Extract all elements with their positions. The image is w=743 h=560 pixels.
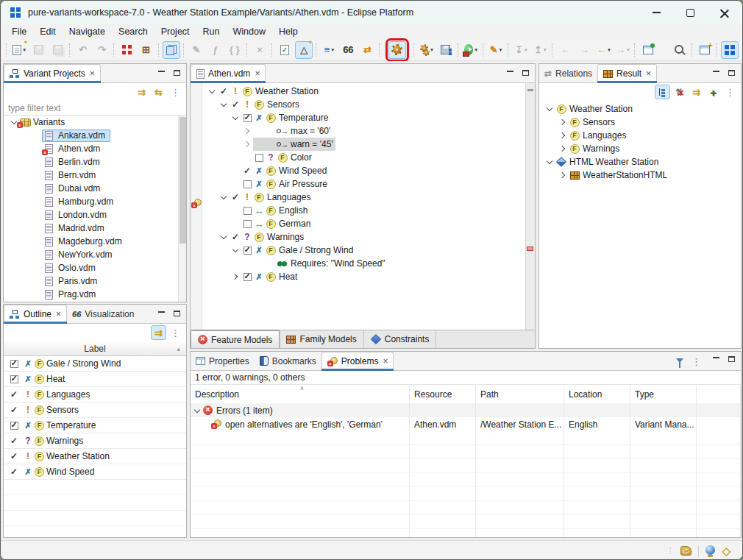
tree-item-bern-vdm[interactable]: Bern.vdm <box>4 169 186 182</box>
export-button[interactable]: ↥▾ <box>531 41 549 59</box>
result-item-html-weather-station[interactable]: HTML Weather Station <box>539 155 741 169</box>
export-dropdown-icon[interactable]: ▾ <box>544 47 547 53</box>
close-tab-icon[interactable]: × <box>383 356 388 366</box>
open-perspective-button[interactable] <box>696 41 714 59</box>
column-header-path[interactable]: Path <box>476 385 564 403</box>
checkbox-checked[interactable] <box>10 375 18 383</box>
outline-item-gale-strong-wind[interactable]: ✗FGale / Strong Wind <box>4 356 186 372</box>
feature-languages[interactable]: ✓!FLanguages <box>203 191 525 204</box>
result-item-warnings[interactable]: FWarnings <box>539 142 741 155</box>
visualization-button[interactable]: 66 <box>339 41 357 59</box>
feature-gale-strong-wind[interactable]: ✗FGale / Strong Wind <box>203 244 525 257</box>
menu-edit[interactable]: Edit <box>33 26 63 38</box>
redo-button[interactable]: ↷ <box>93 41 110 59</box>
save-all-button[interactable] <box>49 41 66 59</box>
new-wizard-dropdown-icon[interactable]: ▾ <box>23 47 26 53</box>
close-tab-icon[interactable]: × <box>90 68 95 79</box>
view-menu-button[interactable]: ⋮ <box>689 354 704 369</box>
link-with-editor-button[interactable]: ⇉ <box>151 325 166 340</box>
add-model-button[interactable]: + <box>705 85 721 99</box>
column-header-location[interactable]: Location <box>564 385 630 403</box>
maximize-view-button[interactable] <box>170 67 183 78</box>
feature-german[interactable]: ↔FGerman <box>203 217 525 230</box>
feature-heat[interactable]: ✗FHeat <box>203 270 525 283</box>
transform-config-dropdown-icon[interactable]: ▾ <box>430 47 433 53</box>
outline-item-wind-speed[interactable]: ✓✗FWind Speed <box>4 464 186 480</box>
result-item-languages[interactable]: FLanguages <box>539 129 741 142</box>
delete-button[interactable]: × <box>251 41 269 59</box>
back-history-button[interactable]: ←▾ <box>594 41 612 59</box>
save-button[interactable] <box>29 41 47 59</box>
tree-item-variants[interactable]: Variants <box>4 116 186 129</box>
feature-wind-speed[interactable]: ✓✗FWind Speed <box>203 164 525 177</box>
new-wizard-button[interactable]: ✦▾ <box>10 41 28 59</box>
view-menu-button[interactable]: ⋮ <box>168 325 183 340</box>
chevron-down-icon[interactable] <box>11 118 17 124</box>
close-tab-icon[interactable]: × <box>646 68 651 79</box>
checkbox-checked[interactable] <box>10 422 18 430</box>
overview-marker[interactable] <box>527 89 533 91</box>
column-header-resource[interactable]: Resource <box>410 385 476 403</box>
menu-window[interactable]: Window <box>227 26 272 38</box>
variant-models-button[interactable] <box>118 41 136 59</box>
chevron-right-icon[interactable] <box>243 128 249 134</box>
transform-variant-button[interactable] <box>388 41 406 59</box>
checkbox-unchecked[interactable] <box>255 154 263 162</box>
save-transform-config-button[interactable] <box>437 41 455 59</box>
chevron-down-icon[interactable] <box>221 233 227 239</box>
maximize-view-button[interactable] <box>519 67 532 78</box>
tree-mode-button[interactable] <box>655 85 670 99</box>
rename-button[interactable]: ✎ <box>188 41 205 59</box>
editor-tab-athen-vdm[interactable]: Athen.vdm× <box>191 64 266 82</box>
import-button[interactable]: ↧▾ <box>512 41 530 59</box>
tree-item-prag-vdm[interactable]: Prag.vdm <box>4 288 186 301</box>
layout-menu-dropdown-icon[interactable]: ▾ <box>331 47 334 53</box>
chevron-down-icon[interactable] <box>221 101 227 107</box>
import-dropdown-icon[interactable]: ▾ <box>525 47 527 53</box>
minimize-view-button[interactable] <box>709 67 722 78</box>
maximize-button[interactable] <box>673 1 707 24</box>
checkbox-checked[interactable] <box>243 247 252 255</box>
outline-item-heat[interactable]: ✗FHeat <box>4 372 186 387</box>
swap-models-button[interactable]: ⇆ <box>151 85 166 99</box>
chevron-down-icon[interactable] <box>232 114 238 120</box>
checkbox-checked[interactable] <box>243 273 252 281</box>
outline-item-warnings[interactable]: ✓?FWarnings <box>4 433 186 449</box>
view-menu-button[interactable]: ⋮ <box>722 85 738 99</box>
column-header-description[interactable]: Description∧ <box>191 385 410 403</box>
minimize-view-button[interactable] <box>154 67 168 78</box>
minimize-view-button[interactable] <box>503 67 516 78</box>
chevron-down-icon[interactable] <box>547 158 552 164</box>
column-header-type[interactable]: Type <box>630 385 697 403</box>
outline-item-temperature[interactable]: ✗FTemperature <box>4 418 186 433</box>
view-menu-button[interactable]: ⋮ <box>168 85 183 99</box>
scrollbar-thumb[interactable] <box>179 117 186 244</box>
feature-air-pressure[interactable]: ✗FAir Pressure <box>203 177 525 191</box>
view-tab-problems[interactable]: Problems× <box>321 352 394 370</box>
error-group-row[interactable]: Errors (1 item) <box>191 403 741 417</box>
tree-item-dubai-vdm[interactable]: Dubai.vdm <box>4 182 186 195</box>
feature-temperature[interactable]: ✗FTemperature <box>203 111 525 124</box>
checkbox-checked[interactable] <box>10 360 18 368</box>
back-history-dropdown-icon[interactable]: ▾ <box>608 47 611 53</box>
close-tab-icon[interactable]: × <box>255 68 260 79</box>
close-button[interactable] <box>707 1 741 24</box>
outline-item-languages[interactable]: ✓!FLanguages <box>4 387 186 403</box>
expression-button[interactable]: { } <box>226 41 243 59</box>
chevron-down-icon[interactable] <box>209 88 215 93</box>
filter-input[interactable] <box>4 103 186 113</box>
transform-config-button[interactable]: ▾ <box>418 41 436 59</box>
view-tab-result[interactable]: Result× <box>597 64 657 82</box>
menu-search[interactable]: Search <box>112 26 154 38</box>
outline-item-weather-station[interactable]: ✓!FWeather Station <box>4 449 186 464</box>
search-button[interactable] <box>671 41 689 59</box>
chevron-down-icon[interactable] <box>221 194 227 199</box>
minimize-view-button[interactable] <box>709 354 722 365</box>
disable-sort-button[interactable]: ⇅ <box>672 85 687 99</box>
highlight-marker-dropdown-icon[interactable]: ▾ <box>500 47 502 53</box>
compare-model-button[interactable] <box>276 41 294 59</box>
tree-item-paris-vdm[interactable]: Paris.vdm <box>4 274 186 288</box>
tree-item-athen-vdm[interactable]: Athen.vdm <box>4 142 186 155</box>
tree-item-ankara-vdm[interactable]: Ankara.vdm <box>4 129 186 142</box>
page-tab-feature-models[interactable]: Feature Models <box>191 330 280 348</box>
